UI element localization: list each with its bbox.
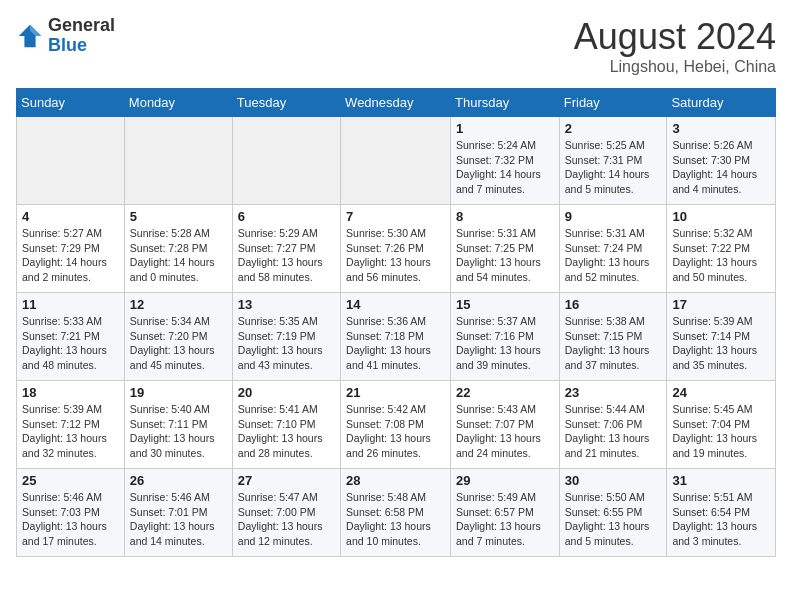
calendar-cell: 17Sunrise: 5:39 AMSunset: 7:14 PMDayligh… xyxy=(667,293,776,381)
day-info: Sunrise: 5:39 AMSunset: 7:14 PMDaylight:… xyxy=(672,314,770,373)
weekday-header-friday: Friday xyxy=(559,89,667,117)
calendar-cell: 9Sunrise: 5:31 AMSunset: 7:24 PMDaylight… xyxy=(559,205,667,293)
day-number: 19 xyxy=(130,385,227,400)
day-number: 25 xyxy=(22,473,119,488)
calendar-cell: 3Sunrise: 5:26 AMSunset: 7:30 PMDaylight… xyxy=(667,117,776,205)
calendar-week-row: 18Sunrise: 5:39 AMSunset: 7:12 PMDayligh… xyxy=(17,381,776,469)
calendar-cell: 23Sunrise: 5:44 AMSunset: 7:06 PMDayligh… xyxy=(559,381,667,469)
month-title: August 2024 xyxy=(574,16,776,58)
day-info: Sunrise: 5:32 AMSunset: 7:22 PMDaylight:… xyxy=(672,226,770,285)
calendar-cell: 18Sunrise: 5:39 AMSunset: 7:12 PMDayligh… xyxy=(17,381,125,469)
calendar-body: 1Sunrise: 5:24 AMSunset: 7:32 PMDaylight… xyxy=(17,117,776,557)
day-info: Sunrise: 5:38 AMSunset: 7:15 PMDaylight:… xyxy=(565,314,662,373)
day-number: 22 xyxy=(456,385,554,400)
day-number: 24 xyxy=(672,385,770,400)
day-info: Sunrise: 5:25 AMSunset: 7:31 PMDaylight:… xyxy=(565,138,662,197)
logo-icon xyxy=(16,22,44,50)
day-info: Sunrise: 5:42 AMSunset: 7:08 PMDaylight:… xyxy=(346,402,445,461)
day-number: 30 xyxy=(565,473,662,488)
calendar-header: SundayMondayTuesdayWednesdayThursdayFrid… xyxy=(17,89,776,117)
calendar-cell: 12Sunrise: 5:34 AMSunset: 7:20 PMDayligh… xyxy=(124,293,232,381)
day-info: Sunrise: 5:31 AMSunset: 7:24 PMDaylight:… xyxy=(565,226,662,285)
calendar-table: SundayMondayTuesdayWednesdayThursdayFrid… xyxy=(16,88,776,557)
day-number: 1 xyxy=(456,121,554,136)
logo: General Blue xyxy=(16,16,115,56)
weekday-header-wednesday: Wednesday xyxy=(341,89,451,117)
calendar-cell: 19Sunrise: 5:40 AMSunset: 7:11 PMDayligh… xyxy=(124,381,232,469)
location-label: Lingshou, Hebei, China xyxy=(574,58,776,76)
day-info: Sunrise: 5:37 AMSunset: 7:16 PMDaylight:… xyxy=(456,314,554,373)
calendar-cell: 22Sunrise: 5:43 AMSunset: 7:07 PMDayligh… xyxy=(451,381,560,469)
day-number: 6 xyxy=(238,209,335,224)
day-number: 23 xyxy=(565,385,662,400)
calendar-cell: 5Sunrise: 5:28 AMSunset: 7:28 PMDaylight… xyxy=(124,205,232,293)
day-number: 26 xyxy=(130,473,227,488)
day-info: Sunrise: 5:27 AMSunset: 7:29 PMDaylight:… xyxy=(22,226,119,285)
day-info: Sunrise: 5:39 AMSunset: 7:12 PMDaylight:… xyxy=(22,402,119,461)
calendar-cell xyxy=(341,117,451,205)
day-info: Sunrise: 5:48 AMSunset: 6:58 PMDaylight:… xyxy=(346,490,445,549)
day-number: 3 xyxy=(672,121,770,136)
day-number: 14 xyxy=(346,297,445,312)
calendar-cell: 7Sunrise: 5:30 AMSunset: 7:26 PMDaylight… xyxy=(341,205,451,293)
calendar-cell: 1Sunrise: 5:24 AMSunset: 7:32 PMDaylight… xyxy=(451,117,560,205)
calendar-cell: 31Sunrise: 5:51 AMSunset: 6:54 PMDayligh… xyxy=(667,469,776,557)
day-number: 5 xyxy=(130,209,227,224)
day-info: Sunrise: 5:45 AMSunset: 7:04 PMDaylight:… xyxy=(672,402,770,461)
calendar-cell xyxy=(232,117,340,205)
calendar-cell: 28Sunrise: 5:48 AMSunset: 6:58 PMDayligh… xyxy=(341,469,451,557)
day-info: Sunrise: 5:33 AMSunset: 7:21 PMDaylight:… xyxy=(22,314,119,373)
calendar-cell: 11Sunrise: 5:33 AMSunset: 7:21 PMDayligh… xyxy=(17,293,125,381)
calendar-cell: 20Sunrise: 5:41 AMSunset: 7:10 PMDayligh… xyxy=(232,381,340,469)
calendar-cell: 29Sunrise: 5:49 AMSunset: 6:57 PMDayligh… xyxy=(451,469,560,557)
day-number: 21 xyxy=(346,385,445,400)
day-number: 2 xyxy=(565,121,662,136)
day-info: Sunrise: 5:24 AMSunset: 7:32 PMDaylight:… xyxy=(456,138,554,197)
day-info: Sunrise: 5:41 AMSunset: 7:10 PMDaylight:… xyxy=(238,402,335,461)
calendar-cell: 21Sunrise: 5:42 AMSunset: 7:08 PMDayligh… xyxy=(341,381,451,469)
calendar-week-row: 4Sunrise: 5:27 AMSunset: 7:29 PMDaylight… xyxy=(17,205,776,293)
day-number: 27 xyxy=(238,473,335,488)
calendar-cell: 10Sunrise: 5:32 AMSunset: 7:22 PMDayligh… xyxy=(667,205,776,293)
day-number: 8 xyxy=(456,209,554,224)
calendar-cell: 4Sunrise: 5:27 AMSunset: 7:29 PMDaylight… xyxy=(17,205,125,293)
calendar-cell: 25Sunrise: 5:46 AMSunset: 7:03 PMDayligh… xyxy=(17,469,125,557)
calendar-cell: 14Sunrise: 5:36 AMSunset: 7:18 PMDayligh… xyxy=(341,293,451,381)
day-info: Sunrise: 5:26 AMSunset: 7:30 PMDaylight:… xyxy=(672,138,770,197)
day-info: Sunrise: 5:47 AMSunset: 7:00 PMDaylight:… xyxy=(238,490,335,549)
weekday-header-saturday: Saturday xyxy=(667,89,776,117)
calendar-cell: 24Sunrise: 5:45 AMSunset: 7:04 PMDayligh… xyxy=(667,381,776,469)
day-info: Sunrise: 5:35 AMSunset: 7:19 PMDaylight:… xyxy=(238,314,335,373)
day-info: Sunrise: 5:29 AMSunset: 7:27 PMDaylight:… xyxy=(238,226,335,285)
day-info: Sunrise: 5:34 AMSunset: 7:20 PMDaylight:… xyxy=(130,314,227,373)
day-number: 29 xyxy=(456,473,554,488)
day-info: Sunrise: 5:28 AMSunset: 7:28 PMDaylight:… xyxy=(130,226,227,285)
weekday-header-row: SundayMondayTuesdayWednesdayThursdayFrid… xyxy=(17,89,776,117)
day-number: 12 xyxy=(130,297,227,312)
weekday-header-sunday: Sunday xyxy=(17,89,125,117)
calendar-cell xyxy=(124,117,232,205)
day-info: Sunrise: 5:49 AMSunset: 6:57 PMDaylight:… xyxy=(456,490,554,549)
day-info: Sunrise: 5:40 AMSunset: 7:11 PMDaylight:… xyxy=(130,402,227,461)
day-number: 28 xyxy=(346,473,445,488)
day-number: 13 xyxy=(238,297,335,312)
day-number: 18 xyxy=(22,385,119,400)
title-block: August 2024 Lingshou, Hebei, China xyxy=(574,16,776,76)
calendar-cell: 13Sunrise: 5:35 AMSunset: 7:19 PMDayligh… xyxy=(232,293,340,381)
day-info: Sunrise: 5:50 AMSunset: 6:55 PMDaylight:… xyxy=(565,490,662,549)
day-info: Sunrise: 5:36 AMSunset: 7:18 PMDaylight:… xyxy=(346,314,445,373)
day-number: 20 xyxy=(238,385,335,400)
calendar-cell: 6Sunrise: 5:29 AMSunset: 7:27 PMDaylight… xyxy=(232,205,340,293)
calendar-cell: 30Sunrise: 5:50 AMSunset: 6:55 PMDayligh… xyxy=(559,469,667,557)
day-number: 15 xyxy=(456,297,554,312)
day-info: Sunrise: 5:31 AMSunset: 7:25 PMDaylight:… xyxy=(456,226,554,285)
day-info: Sunrise: 5:51 AMSunset: 6:54 PMDaylight:… xyxy=(672,490,770,549)
day-number: 7 xyxy=(346,209,445,224)
calendar-week-row: 25Sunrise: 5:46 AMSunset: 7:03 PMDayligh… xyxy=(17,469,776,557)
day-number: 16 xyxy=(565,297,662,312)
day-info: Sunrise: 5:46 AMSunset: 7:03 PMDaylight:… xyxy=(22,490,119,549)
calendar-cell: 2Sunrise: 5:25 AMSunset: 7:31 PMDaylight… xyxy=(559,117,667,205)
calendar-week-row: 11Sunrise: 5:33 AMSunset: 7:21 PMDayligh… xyxy=(17,293,776,381)
day-info: Sunrise: 5:46 AMSunset: 7:01 PMDaylight:… xyxy=(130,490,227,549)
calendar-cell: 27Sunrise: 5:47 AMSunset: 7:00 PMDayligh… xyxy=(232,469,340,557)
